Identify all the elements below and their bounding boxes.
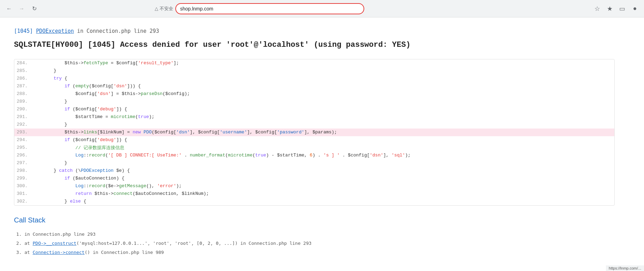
cast-icon[interactable]: ▭ [617, 4, 627, 14]
call-stack-item-3: at Connection->connect() in Connection.p… [24, 248, 615, 257]
code-line-290: 290. if ($config['debug']) { [14, 105, 614, 113]
code-line-288: 288. $config['dsn'] = $this->parseDsn($c… [14, 90, 614, 98]
code-line-292: 292. } [14, 121, 614, 129]
page-content: [1045] PDOException in Connection.php li… [0, 17, 629, 268]
avatar-icon[interactable]: ● [630, 4, 640, 14]
call-stack-item-1: in Connection.php line 293 [24, 230, 615, 239]
code-line-291: 291. $startTime = microtime(true); [14, 113, 614, 121]
address-bar-container: △ 不安全 [155, 3, 364, 14]
call-stack-list: in Connection.php line 293 at PDO->__con… [14, 230, 615, 257]
code-line-287: 287. if (empty($config['dsn'])) { [14, 82, 614, 90]
back-button[interactable]: ← [4, 4, 14, 14]
code-line-302: 302. } else { [14, 198, 614, 205]
address-bar[interactable] [175, 3, 364, 14]
call-stack-section: Call Stack in Connection.php line 293 at… [14, 216, 615, 257]
code-line-289: 289. } [14, 98, 614, 105]
security-indicator: △ 不安全 [155, 6, 173, 12]
browser-actions: ☆ ★ ▭ ● [592, 4, 640, 14]
code-line-300: 300. Log::record($e->getMessage(), 'erro… [14, 182, 614, 190]
call-stack-title: Call Stack [14, 216, 615, 224]
code-line-299: 299. if ($autoConnection) { [14, 175, 614, 182]
code-line-293: 293. $this->links[$linkNum] = new PDO($c… [14, 129, 614, 136]
reload-button[interactable]: ↻ [29, 4, 39, 14]
code-line-298: 298. } catch (\PDOException $e) { [14, 167, 614, 175]
code-line-286: 286. try { [14, 75, 614, 82]
forward-button[interactable]: → [17, 4, 27, 14]
code-line-294: 294. if ($config['debug']) { [14, 136, 614, 144]
status-bar: https://lnmp.com/... [606, 265, 644, 271]
warning-icon: △ [155, 6, 158, 11]
call-stack-item-2: at PDO->__construct('mysql:host=127.0.0.… [24, 239, 615, 248]
bookmark-outline-icon[interactable]: ☆ [592, 4, 602, 14]
error-class[interactable]: PDOException [36, 28, 74, 34]
code-line-301: 301. return $this->connect($autoConnecti… [14, 190, 614, 198]
error-message: SQLSTATE[HY000] [1045] Access denied for… [14, 40, 615, 51]
error-file: in Connection.php line 293 [77, 28, 159, 34]
code-line-295: 295. // 记录数据库连接信息 [14, 144, 614, 152]
security-label: 不安全 [160, 6, 173, 12]
code-block: 284. $this->fetchType = $config['result_… [14, 59, 615, 206]
code-line-296: 296. Log::record('[ DB ] CONNECT:[ UseTi… [14, 152, 614, 159]
status-url: https://lnmp.com/... [609, 266, 641, 270]
code-line-297: 297. } [14, 159, 614, 167]
code-line-284: 284. $this->fetchType = $config['result_… [14, 59, 614, 67]
error-header: [1045] PDOException in Connection.php li… [14, 28, 615, 34]
browser-chrome: ← → ↻ △ 不安全 ☆ ★ ▭ ● [0, 0, 644, 17]
bookmark-filled-icon[interactable]: ★ [605, 4, 615, 14]
code-line-285: 285. } [14, 67, 614, 75]
error-code: [1045] [14, 28, 33, 34]
